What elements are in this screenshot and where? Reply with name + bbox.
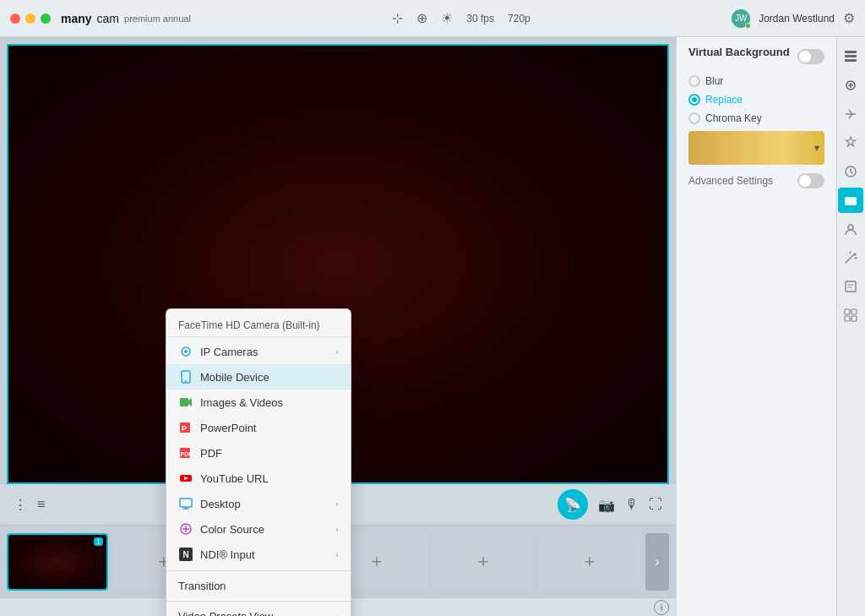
pdf-icon: PDF xyxy=(178,445,193,461)
background-preview[interactable]: ▾ xyxy=(688,131,824,165)
menu-item-transition[interactable]: Transition xyxy=(166,575,351,597)
advanced-settings-toggle[interactable] xyxy=(797,173,824,188)
menu-icon[interactable]: ⋮ xyxy=(14,497,27,513)
main-layout: ⋮ ≡ 📡 📷 🎙 ⛶ 1 + + + + + › xyxy=(0,37,865,616)
icon-bar-layers[interactable] xyxy=(838,44,863,69)
icon-bar-volume[interactable] xyxy=(838,73,863,98)
icon-bar-audio[interactable] xyxy=(838,101,863,127)
menu-item-ip-cameras[interactable]: IP Cameras › xyxy=(166,339,351,364)
ip-cameras-icon xyxy=(178,344,193,359)
traffic-lights xyxy=(10,14,51,24)
fullscreen-icon[interactable]: ⛶ xyxy=(649,497,662,512)
images-videos-icon xyxy=(178,395,193,410)
icon-bar xyxy=(836,37,865,616)
list-icon[interactable]: ≡ xyxy=(37,497,45,512)
svg-rect-11 xyxy=(851,316,857,321)
microphone-icon[interactable]: 🎙 xyxy=(625,497,639,512)
context-menu: FaceTime HD Camera (Built-in) IP Cameras… xyxy=(166,308,351,616)
svg-rect-1 xyxy=(845,55,857,57)
app-plan: premium annual xyxy=(124,14,191,24)
svg-rect-8 xyxy=(845,309,850,314)
minimize-button[interactable] xyxy=(25,14,35,24)
svg-point-15 xyxy=(185,380,187,382)
maximize-button[interactable] xyxy=(41,14,51,24)
advanced-toggle-knob xyxy=(799,175,811,187)
svg-rect-7 xyxy=(846,281,856,292)
scene-item[interactable]: 1 xyxy=(7,533,108,591)
toggle-knob xyxy=(799,51,811,63)
camera-snapshot-icon[interactable]: 📷 xyxy=(598,497,615,513)
menu-item-powerpoint[interactable]: P PowerPoint xyxy=(166,415,351,440)
youtube-url-label: YouTube URL xyxy=(200,472,269,485)
menu-item-images-videos[interactable]: Images & Videos xyxy=(166,390,351,415)
scene-next-button[interactable]: › xyxy=(645,533,669,591)
icon-bar-wand[interactable] xyxy=(838,245,863,270)
blur-radio-circle xyxy=(688,75,700,87)
images-videos-label: Images & Videos xyxy=(200,396,283,409)
settings-icon[interactable]: ⚙ xyxy=(843,10,855,26)
app-name-cam: cam xyxy=(97,12,119,25)
chroma-key-radio[interactable]: Chroma Key xyxy=(688,112,824,124)
blur-label: Blur xyxy=(705,75,723,87)
menu-item-pdf[interactable]: PDF PDF xyxy=(166,440,351,466)
svg-rect-9 xyxy=(851,309,857,314)
video-presets-arrow-icon: › xyxy=(335,612,339,617)
replace-radio-circle xyxy=(688,94,700,106)
fps-display[interactable]: 30 fps xyxy=(466,13,494,25)
icon-bar-effects[interactable] xyxy=(838,130,863,155)
menu-divider xyxy=(166,570,351,571)
username-label: Jordan Westlund xyxy=(759,13,835,25)
icon-bar-face[interactable] xyxy=(838,216,863,242)
replace-radio[interactable]: Replace xyxy=(688,94,824,106)
svg-rect-2 xyxy=(845,59,857,62)
close-button[interactable] xyxy=(10,14,20,24)
menu-header: FaceTime HD Camera (Built-in) xyxy=(166,313,351,337)
broadcast-button[interactable]: 📡 xyxy=(558,489,588,520)
transition-label: Transition xyxy=(178,580,226,592)
svg-rect-10 xyxy=(845,316,850,321)
powerpoint-icon: P xyxy=(178,420,193,435)
icon-bar-camera[interactable] xyxy=(838,188,863,213)
pdf-label: PDF xyxy=(200,447,222,460)
scene-add-button[interactable]: + xyxy=(539,533,640,591)
virtual-background-title: Virtual Background xyxy=(688,46,790,58)
menu-item-mobile-device[interactable]: Mobile Device xyxy=(166,364,351,390)
panel-content: Virtual Background Blur Replace Chroma K… xyxy=(677,37,836,616)
color-source-icon xyxy=(178,521,193,537)
ip-cameras-arrow-icon: › xyxy=(335,346,339,357)
ndi-input-arrow-icon: › xyxy=(335,549,339,559)
menu-item-video-presets[interactable]: Video Presets View › xyxy=(166,605,351,616)
titlebar: manycam premium annual ⊹ ⊕ ☀ 30 fps 720p… xyxy=(0,0,865,37)
ip-cameras-label: IP Cameras xyxy=(200,346,258,358)
menu-item-desktop[interactable]: Desktop › xyxy=(166,491,351,516)
powerpoint-label: PowerPoint xyxy=(200,422,256,434)
brightness-icon[interactable]: ☀ xyxy=(441,10,453,26)
menu-item-youtube-url[interactable]: YouTube URL xyxy=(166,466,351,491)
resolution-display[interactable]: 720p xyxy=(508,13,530,25)
blur-radio[interactable]: Blur xyxy=(688,75,824,87)
app-logo: manycam premium annual xyxy=(61,12,191,25)
icon-bar-history[interactable] xyxy=(838,159,863,184)
video-presets-label: Video Presets View xyxy=(178,610,273,616)
mobile-device-label: Mobile Device xyxy=(200,371,269,384)
chroma-key-radio-circle xyxy=(688,112,700,124)
menu-item-color-source[interactable]: Color Source › xyxy=(166,516,351,542)
ndi-input-icon: N xyxy=(178,547,193,562)
icon-bar-book[interactable] xyxy=(838,274,863,299)
svg-text:P: P xyxy=(182,424,187,433)
svg-text:PDF: PDF xyxy=(181,451,193,457)
icon-bar-grid[interactable] xyxy=(838,303,863,328)
titlebar-right: JW Jordan Westlund ⚙ xyxy=(732,9,855,28)
info-icon[interactable]: i xyxy=(654,600,669,615)
zoom-icon[interactable]: ⊕ xyxy=(416,10,427,26)
titlebar-center: ⊹ ⊕ ☀ 30 fps 720p xyxy=(191,10,732,26)
virtual-background-toggle[interactable] xyxy=(797,49,824,64)
replace-label: Replace xyxy=(705,94,743,106)
advanced-settings-label: Advanced Settings xyxy=(688,175,773,187)
menu-item-ndi-input[interactable]: N NDI® Input › xyxy=(166,542,351,567)
svg-marker-17 xyxy=(188,398,192,406)
youtube-url-icon xyxy=(178,471,193,486)
crop-icon[interactable]: ⊹ xyxy=(392,10,403,26)
virtual-background-toggle-row: Virtual Background xyxy=(688,46,824,67)
scene-add-button[interactable]: + xyxy=(432,533,534,591)
